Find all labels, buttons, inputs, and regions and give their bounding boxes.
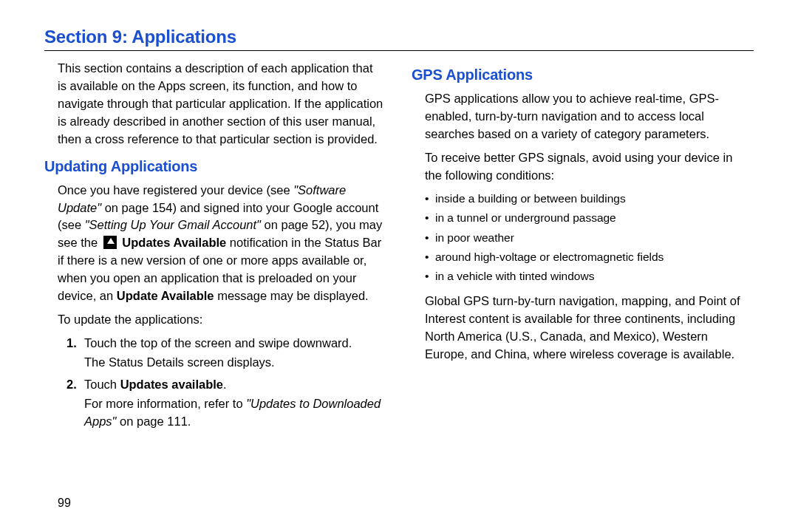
text: Once you have registered your device (se…	[58, 183, 293, 197]
step-number: 1.	[66, 335, 77, 352]
manual-page: Section 9: Applications This section con…	[0, 0, 798, 435]
right-column: GPS Applications GPS applications allow …	[412, 60, 754, 435]
updates-available-label: Updates Available	[122, 236, 226, 249]
list-item: in a tunnel or underground passage	[425, 210, 754, 226]
list-item: around high-voltage or electromagnetic f…	[425, 249, 754, 265]
step-text: .	[223, 378, 227, 391]
play-store-icon	[103, 236, 117, 249]
page-number: 99	[58, 497, 71, 510]
text: on page 111.	[116, 415, 191, 428]
gps-heading: GPS Applications	[412, 64, 754, 86]
update-steps: 1. Touch the top of the screen and swipe…	[66, 335, 386, 431]
left-column: This section contains a description of e…	[44, 60, 386, 435]
text: For more information, refer to	[84, 397, 246, 410]
gps-paragraph-2: To receive better GPS signals, avoid usi…	[412, 149, 754, 185]
step-1: 1. Touch the top of the screen and swipe…	[66, 335, 386, 372]
xref-gmail-setup: "Setting Up Your Gmail Account"	[85, 218, 261, 231]
updates-available-button-label: Updates available	[120, 378, 223, 391]
gps-conditions-list: inside a building or between buildings i…	[425, 191, 754, 285]
two-column-layout: This section contains a description of e…	[44, 60, 754, 435]
list-item: inside a building or between buildings	[425, 191, 754, 207]
step-text: Touch the top of the screen and swipe do…	[84, 336, 352, 349]
step-subtext: The Status Details screen displays.	[84, 354, 386, 372]
gps-paragraph-3: Global GPS turn-by-turn navigation, mapp…	[412, 293, 754, 364]
updating-heading: Updating Applications	[44, 156, 386, 177]
step-number: 2.	[66, 376, 77, 394]
list-item: in poor weather	[425, 230, 754, 246]
step-subtext: For more information, refer to "Updates …	[84, 395, 386, 431]
updating-paragraph-1: Once you have registered your device (se…	[44, 182, 386, 305]
title-rule	[44, 50, 754, 51]
update-available-label: Update Available	[117, 289, 214, 302]
gps-paragraph-1: GPS applications allow you to achieve re…	[412, 90, 754, 143]
text: message may be displayed.	[214, 289, 369, 302]
step-text: Touch	[84, 378, 120, 391]
list-item: in a vehicle with tinted windows	[425, 268, 754, 284]
updating-paragraph-2: To update the applications:	[44, 311, 386, 329]
section-intro: This section contains a description of e…	[44, 60, 386, 149]
section-title: Section 9: Applications	[44, 27, 754, 47]
step-2: 2. Touch Updates available. For more inf…	[66, 376, 386, 431]
